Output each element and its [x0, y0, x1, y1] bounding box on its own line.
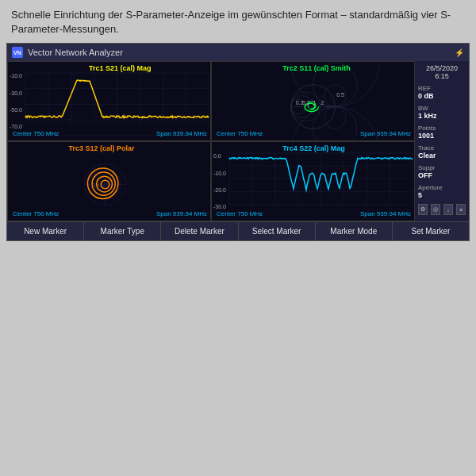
- rp-date: 26/5/2020: [418, 64, 466, 72]
- plot-trc4: Trc4 S22 (cal) Mag 0.0 -10.0 -20.0 -30.0…: [211, 141, 415, 221]
- rp-ref-label: REF: [418, 85, 466, 92]
- toolbar: New MarkerMarker TypeDelete MarkerSelect…: [7, 221, 469, 240]
- rp-bw-label: BW: [418, 105, 466, 112]
- toolbar-btn-select-marker[interactable]: Select Marker: [239, 222, 316, 240]
- rp-icons: ⚙ ◎ ↓ ≡: [418, 204, 466, 218]
- rp-ref-value: 0 dB: [418, 92, 466, 100]
- icon-menu[interactable]: ≡: [456, 204, 466, 215]
- rp-suppr-value: OFF: [418, 171, 466, 179]
- description-area: Schnelle Einrichtung der S-Parameter-Anz…: [0, 0, 476, 43]
- plot-trc1-label: Trc1 S21 (cal) Mag: [89, 64, 152, 72]
- rp-bw: BW 1 kHz: [418, 105, 466, 120]
- rp-aperture-label: Aperture: [418, 184, 466, 191]
- plot-trc1-canvas: [8, 62, 210, 140]
- rp-aperture: Aperture 5: [418, 184, 466, 199]
- toolbar-btn-new-marker[interactable]: New Marker: [7, 222, 84, 240]
- rp-points-label: Points: [418, 125, 466, 132]
- plot-trc3-canvas: [8, 142, 210, 221]
- plot-trc1-center: Center 750 MHz: [13, 130, 59, 137]
- svg-text:VN: VN: [13, 50, 21, 56]
- rp-bw-value: 1 kHz: [418, 112, 466, 120]
- rp-datetime: 26/5/2020 6:15: [418, 64, 466, 80]
- plot-trc2-label: Trc2 S11 (cal) Smith: [282, 64, 351, 72]
- plot-trc4-canvas: [212, 142, 414, 221]
- plot-trc2: Trc2 S11 (cal) Smith Center 750 MHz Span…: [211, 61, 415, 141]
- rp-points: Points 1001: [418, 125, 466, 140]
- icon-gear[interactable]: ⚙: [418, 204, 428, 215]
- plot-trc2-canvas: [212, 62, 414, 140]
- plot-trc1-span: Span 939.94 MHz: [156, 130, 207, 137]
- charge-icon: ⚡: [455, 48, 464, 57]
- plot-trc3-span: Span 939.94 MHz: [156, 210, 207, 217]
- toolbar-btn-delete-marker[interactable]: Delete Marker: [161, 222, 238, 240]
- icon-save[interactable]: ↓: [443, 204, 453, 215]
- toolbar-btn-marker-type[interactable]: Marker Type: [84, 222, 161, 240]
- analyzer-titlebar: VN Vector Network Analyzer ⚡: [7, 44, 469, 61]
- rp-points-value: 1001: [418, 132, 466, 140]
- analyzer-container: VN Vector Network Analyzer ⚡ Trc1 S21 (c…: [6, 43, 470, 241]
- toolbar-btn-set-marker[interactable]: Set Marker: [393, 222, 469, 240]
- rp-aperture-value: 5: [418, 191, 466, 199]
- rp-suppr-label: Suppr: [418, 164, 466, 171]
- plot-trc4-span: Span 939.94 MHz: [360, 210, 411, 217]
- plot-trc1: Trc1 S21 (cal) Mag -10.0 -30.0 -50.0 -70…: [7, 61, 211, 141]
- rp-time: 6:15: [418, 72, 466, 80]
- plot-trc3-center: Center 750 MHz: [13, 210, 59, 217]
- icon-camera[interactable]: ◎: [431, 204, 440, 215]
- plot-trc4-center: Center 750 MHz: [217, 210, 263, 217]
- rp-trace-value: Clear: [418, 152, 466, 159]
- rp-trace-label: Trace: [418, 144, 466, 152]
- plot-trc2-span: Span 939.94 MHz: [360, 130, 411, 137]
- plot-trc4-ylabels: 0.0 -10.0 -20.0 -30.0: [213, 153, 226, 209]
- plot-trc1-ylabels: -10.0 -30.0 -50.0 -70.0: [10, 73, 22, 129]
- rp-ref: REF 0 dB: [418, 85, 466, 100]
- rp-suppr: Suppr OFF: [418, 164, 466, 179]
- rp-trace: Trace Clear: [418, 144, 466, 159]
- right-panel: 26/5/2020 6:15 REF 0 dB BW 1 kHz Points …: [415, 61, 469, 221]
- plot-trc4-label: Trc4 S22 (cal) Mag: [282, 144, 345, 152]
- toolbar-btn-marker-mode[interactable]: Marker Mode: [316, 222, 393, 240]
- analyzer-title: Vector Network Analyzer: [28, 48, 123, 57]
- vna-icon: VN: [12, 47, 23, 58]
- plot-trc3: Trc3 S12 (cal) Polar Center 750 MHz Span…: [7, 141, 211, 221]
- plot-trc3-label: Trc3 S12 (cal) Polar: [69, 144, 135, 152]
- plots-area: Trc1 S21 (cal) Mag -10.0 -30.0 -50.0 -70…: [7, 61, 415, 221]
- plot-trc2-center: Center 750 MHz: [217, 130, 263, 137]
- description-text: Schnelle Einrichtung der S-Parameter-Anz…: [11, 9, 451, 35]
